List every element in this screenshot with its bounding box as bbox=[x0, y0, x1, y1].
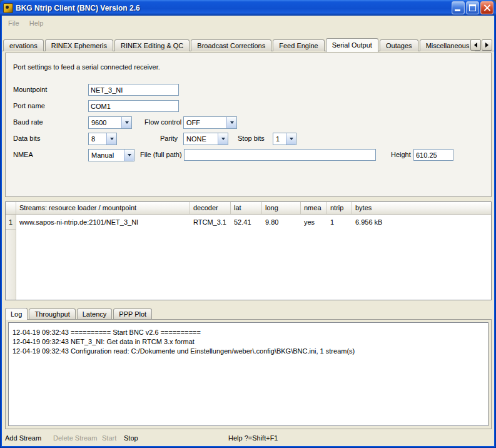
arrow-right-icon bbox=[485, 43, 488, 48]
nmea-value: Manual bbox=[89, 151, 124, 159]
window-title: BKG Ntrip Client (BNC) Version 2.6 bbox=[16, 4, 452, 13]
parity-select[interactable]: NONE bbox=[183, 133, 228, 145]
main-tabbar: ervations RINEX Ephemeris RINEX Editing … bbox=[2, 38, 494, 51]
mountpoint-input[interactable] bbox=[88, 84, 179, 96]
add-stream-button[interactable]: Add Stream bbox=[5, 434, 41, 442]
flow-control-label: Flow control bbox=[144, 118, 181, 126]
data-bits-value: 8 bbox=[89, 135, 106, 143]
serial-output-panel: Port settings to feed a serial connected… bbox=[5, 53, 492, 197]
cell-decoder: RTCM_3.1 bbox=[190, 218, 231, 226]
parity-label: Parity bbox=[160, 135, 178, 142]
dropdown-arrow-icon bbox=[286, 133, 296, 145]
window-body: File Help ervations RINEX Ephemeris RINE… bbox=[2, 16, 494, 446]
tab-rinex-ephemeris[interactable]: RINEX Ephemeris bbox=[45, 39, 113, 51]
log-pane: 12-04-19 09:32:43 ========== Start BNC v… bbox=[5, 319, 492, 429]
panel-description: Port settings to feed a serial connected… bbox=[13, 63, 160, 71]
tab-ppp-plot[interactable]: PPP Plot bbox=[113, 308, 152, 319]
tab-throughput[interactable]: Throughput bbox=[29, 308, 75, 319]
data-bits-label: Data bits bbox=[13, 135, 40, 142]
port-name-label: Port name bbox=[13, 102, 45, 109]
file-path-input[interactable] bbox=[184, 149, 376, 161]
app-icon[interactable] bbox=[3, 3, 13, 13]
row-number: 1 bbox=[6, 215, 16, 230]
start-button[interactable]: Start bbox=[102, 434, 116, 442]
tab-broadcast-corrections[interactable]: Broadcast Corrections bbox=[191, 39, 271, 51]
dropdown-arrow-icon bbox=[121, 117, 131, 128]
minimize-button[interactable] bbox=[452, 1, 465, 14]
dropdown-arrow-icon bbox=[226, 117, 236, 128]
flow-control-value: OFF bbox=[184, 119, 226, 126]
tab-log[interactable]: Log bbox=[5, 308, 28, 320]
dropdown-arrow-icon bbox=[106, 133, 116, 145]
cell-long: 9.80 bbox=[262, 218, 301, 226]
column-header-decoder[interactable]: decoder bbox=[190, 202, 231, 214]
tab-serial-output[interactable]: Serial Output bbox=[326, 38, 378, 52]
maximize-icon bbox=[469, 4, 476, 11]
streams-table-header: Streams: resource loader / mountpoint de… bbox=[6, 202, 491, 215]
nmea-select[interactable]: Manual bbox=[88, 149, 134, 161]
flow-control-select[interactable]: OFF bbox=[183, 116, 237, 129]
app-window: BKG Ntrip Client (BNC) Version 2.6 File … bbox=[0, 0, 496, 448]
nmea-label: NMEA bbox=[13, 151, 33, 158]
column-header-long[interactable]: long bbox=[262, 202, 301, 214]
cell-ntrip: 1 bbox=[327, 218, 352, 226]
data-bits-select[interactable]: 8 bbox=[88, 133, 117, 145]
bottom-tabbar: Log Throughput Latency PPP Plot bbox=[5, 308, 151, 320]
column-header-mountpoint[interactable]: Streams: resource loader / mountpoint bbox=[16, 202, 190, 214]
maximize-button[interactable] bbox=[466, 1, 479, 14]
titlebar[interactable]: BKG Ntrip Client (BNC) Version 2.6 bbox=[0, 0, 496, 16]
cell-lat: 52.41 bbox=[231, 218, 262, 226]
file-path-label: File (full path) bbox=[140, 151, 182, 158]
column-header-ntrip[interactable]: ntrip bbox=[327, 202, 352, 214]
arrow-left-icon bbox=[474, 43, 477, 48]
help-shortcut-label: Help ?=Shift+F1 bbox=[228, 434, 278, 442]
tab-rinex-editing-qc[interactable]: RINEX Editing & QC bbox=[114, 39, 190, 51]
log-line: 12-04-19 09:32:43 NET_3_NI: Get data in … bbox=[13, 337, 484, 347]
tab-latency[interactable]: Latency bbox=[77, 308, 113, 319]
stop-bits-select[interactable]: 1 bbox=[273, 133, 296, 145]
column-header-lat[interactable]: lat bbox=[231, 202, 262, 214]
height-input[interactable] bbox=[413, 149, 453, 161]
dropdown-arrow-icon bbox=[218, 133, 228, 145]
dropdown-arrow-icon bbox=[124, 150, 134, 161]
tab-scroll-right-button[interactable] bbox=[482, 39, 492, 51]
stop-bits-label: Stop bits bbox=[238, 135, 265, 142]
tab-scroll-left-button[interactable] bbox=[470, 39, 481, 51]
column-header-bytes[interactable]: bytes bbox=[352, 202, 491, 214]
menu-file[interactable]: File bbox=[3, 18, 24, 29]
baud-rate-select[interactable]: 9600 bbox=[88, 116, 132, 129]
table-row[interactable]: www.sapos-ni-ntrip.de:2101/NET_3_NI RTCM… bbox=[16, 215, 491, 230]
cell-bytes: 6.956 kB bbox=[352, 218, 491, 226]
menubar: File Help bbox=[3, 18, 48, 29]
minimize-icon bbox=[455, 9, 460, 11]
tab-outages[interactable]: Outages bbox=[380, 39, 418, 51]
footer-bar: Add Stream Delete Stream Start Stop Help… bbox=[2, 432, 494, 445]
delete-stream-button[interactable]: Delete Stream bbox=[53, 434, 97, 442]
baud-rate-label: Baud rate bbox=[13, 118, 43, 126]
height-label: Height bbox=[391, 151, 411, 158]
log-line: 12-04-19 09:32:43 Configuration read: C:… bbox=[13, 347, 484, 356]
tab-observations[interactable]: ervations bbox=[3, 39, 44, 51]
column-header-nmea[interactable]: nmea bbox=[301, 202, 327, 214]
streams-table: Streams: resource loader / mountpoint de… bbox=[5, 201, 492, 300]
cell-mountpoint: www.sapos-ni-ntrip.de:2101/NET_3_NI bbox=[16, 218, 190, 226]
parity-value: NONE bbox=[184, 135, 218, 143]
cell-nmea: yes bbox=[301, 218, 327, 226]
close-icon bbox=[481, 2, 493, 14]
mountpoint-label: Mountpoint bbox=[13, 86, 47, 93]
close-button[interactable] bbox=[480, 1, 493, 14]
stop-button[interactable]: Stop bbox=[124, 434, 138, 442]
log-output[interactable]: 12-04-19 09:32:43 ========== Start BNC v… bbox=[8, 322, 488, 426]
header-corner bbox=[6, 202, 16, 214]
menu-help[interactable]: Help bbox=[24, 18, 49, 29]
tab-miscellaneous[interactable]: Miscellaneous bbox=[420, 39, 476, 51]
row-number-gutter: 1 bbox=[6, 215, 16, 300]
port-name-input[interactable] bbox=[88, 100, 179, 112]
baud-rate-value: 9600 bbox=[89, 119, 121, 126]
log-line: 12-04-19 09:32:43 ========== Start BNC v… bbox=[13, 328, 484, 337]
tab-feed-engine[interactable]: Feed Engine bbox=[273, 39, 324, 51]
stop-bits-value: 1 bbox=[273, 135, 286, 143]
